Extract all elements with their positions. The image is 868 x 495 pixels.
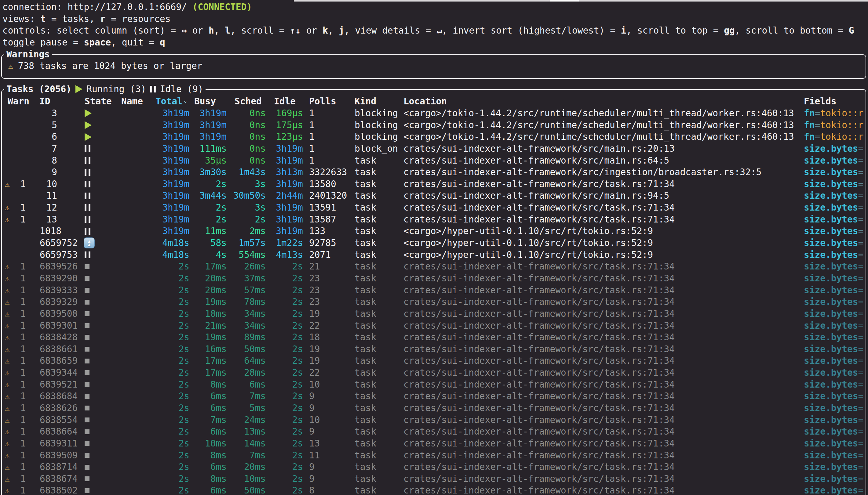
task-row[interactable]: ⚠1123h19m2s3s3h19m13591taskcrates/sui-in… <box>0 202 866 214</box>
task-polls: 19 <box>309 308 352 320</box>
task-row[interactable]: ⚠168395092s8ms7ms2s11taskcrates/sui-inde… <box>0 449 866 461</box>
task-warn: ⚠1 <box>5 402 26 414</box>
task-row[interactable]: ⚠1133h19m2s2s3h19m13587taskcrates/sui-in… <box>0 214 866 225</box>
field-equals: = <box>858 379 864 390</box>
task-row[interactable]: ⚠168392902s20ms37ms2s23taskcrates/sui-in… <box>0 273 866 285</box>
help-segment: , <box>214 25 225 36</box>
task-state <box>85 155 133 167</box>
help-segment: , scroll to top = <box>627 25 724 36</box>
task-row[interactable]: ⚠168393012s21ms34ms2s22taskcrates/sui-in… <box>0 320 866 332</box>
task-id: 12 <box>40 202 57 214</box>
task-warn: ⚠1 <box>5 296 26 308</box>
task-polls: 9 <box>309 402 352 414</box>
task-id: 7 <box>40 143 57 155</box>
completed-state-icon <box>85 276 89 281</box>
task-row[interactable]: ⚠168395212s8ms6ms2s10taskcrates/sui-inde… <box>0 379 866 391</box>
field-value: tokio::r <box>820 108 864 118</box>
task-row[interactable]: 10183h19m11ms2ms3h19m133task<cargo>/hype… <box>0 225 866 237</box>
task-row[interactable]: 93h19m3m30s1m43s3h13m3322633taskcrates/s… <box>0 166 866 178</box>
task-idle: 2s <box>250 355 303 367</box>
task-state <box>85 473 133 485</box>
completed-state-icon <box>85 335 89 340</box>
task-row[interactable]: ⚠168393332s20ms57ms2s23taskcrates/sui-in… <box>0 285 866 296</box>
task-location: crates/sui-indexer-alt-framework/src/tas… <box>403 285 802 296</box>
task-row[interactable]: ⚠168386742s8ms10ms2s9taskcrates/sui-inde… <box>0 473 866 485</box>
field-key: size.bytes <box>804 273 858 284</box>
task-location: crates/sui-indexer-alt-framework/src/tas… <box>403 331 802 343</box>
task-row[interactable]: ⚠168395262s17ms26ms2s21taskcrates/sui-in… <box>0 261 866 273</box>
task-location: crates/sui-indexer-alt-framework/src/mai… <box>403 155 802 167</box>
task-row[interactable]: 63h19m3h19m0ns123µs1blocking<cargo>/toki… <box>0 131 866 143</box>
task-row[interactable]: ⚠168387142s6ms20ms2s9taskcrates/sui-inde… <box>0 461 866 473</box>
task-row[interactable]: ⚠168393112s10ms14ms2s13taskcrates/sui-in… <box>0 438 866 449</box>
column-header-location[interactable]: Location <box>403 96 447 107</box>
column-header-polls[interactable]: Polls <box>309 96 336 107</box>
task-kind: task <box>355 331 403 343</box>
column-header-total[interactable]: Total▿ <box>155 96 187 108</box>
task-fields: fn=tokio::r <box>804 119 866 131</box>
task-location: crates/sui-indexer-alt-framework/src/tas… <box>403 390 802 402</box>
column-header-fields[interactable]: Fields <box>804 96 837 107</box>
task-row[interactable]: 53h19m3h19m0ns175µs1blocking<cargo>/toki… <box>0 119 866 131</box>
task-row[interactable]: 66597534m18s4s554ms4m13s2071task<cargo>/… <box>0 249 866 261</box>
task-state <box>85 143 133 155</box>
column-header-sched[interactable]: Sched <box>235 96 262 107</box>
task-row[interactable]: 33h19m3h19m0ns169µs1blocking<cargo>/toki… <box>0 107 866 119</box>
task-row[interactable]: ⚠168393292s19ms78ms2s23taskcrates/sui-in… <box>0 296 866 308</box>
task-id: 6838661 <box>40 343 57 355</box>
task-idle: 175µs <box>250 119 303 131</box>
warning-text: 738 tasks are 1024 bytes or larger <box>18 60 202 72</box>
warning-triangle-icon: ⚠ <box>5 390 10 402</box>
task-row[interactable]: 113h19m3m44s30m50s2h44m2401320taskcrates… <box>0 190 866 202</box>
field-key: size.bytes <box>804 261 858 272</box>
task-state <box>85 273 133 285</box>
task-warn <box>5 143 26 155</box>
task-state <box>85 331 133 343</box>
task-location: <cargo>/tokio-1.44.2/src/runtime/schedul… <box>403 119 802 131</box>
task-row[interactable]: ⚠168385542s7ms24ms2s10taskcrates/sui-ind… <box>0 414 866 426</box>
field-key: size.bytes <box>804 250 858 260</box>
task-row[interactable]: ⚠168384282s19ms89ms2s18taskcrates/sui-in… <box>0 331 866 343</box>
task-row[interactable]: 83h19m35µs0ns3h19m1taskcrates/sui-indexe… <box>0 155 866 167</box>
task-idle: 2s <box>250 426 303 438</box>
column-header-state[interactable]: State <box>85 96 112 107</box>
completed-state-icon <box>85 300 89 305</box>
column-header-warn[interactable]: Warn <box>7 96 29 107</box>
task-row[interactable]: ⚠168386612s16ms50ms2s19taskcrates/sui-in… <box>0 343 866 355</box>
task-row[interactable]: ⚠168395082s18ms34ms2s19taskcrates/sui-in… <box>0 308 866 320</box>
task-row[interactable]: ⚠168386592s17ms64ms2s19taskcrates/sui-in… <box>0 355 866 367</box>
task-row[interactable]: ⚠168386642s6ms13ms2s9taskcrates/sui-inde… <box>0 426 866 438</box>
task-kind: task <box>355 379 403 391</box>
task-kind: task <box>355 178 403 190</box>
task-row[interactable]: ⚠168393442s17ms28ms2s22taskcrates/sui-in… <box>0 367 866 379</box>
task-fields: size.bytes= <box>804 225 866 237</box>
column-header-idle[interactable]: Idle <box>274 96 296 107</box>
field-key: size.bytes <box>804 462 858 472</box>
column-header-busy[interactable]: Busy <box>194 96 216 107</box>
task-row[interactable]: 73h19m111ms0ns3h19m1block_oncrates/sui-i… <box>0 143 866 155</box>
task-fields: size.bytes= <box>804 237 866 249</box>
task-location: crates/sui-indexer-alt-framework/src/tas… <box>403 296 802 308</box>
task-state <box>85 343 133 355</box>
task-state <box>85 202 133 214</box>
task-row[interactable]: ⚠1103h19m2s3s3h19m13580taskcrates/sui-in… <box>0 178 866 190</box>
column-header-kind[interactable]: Kind <box>355 96 376 107</box>
task-row[interactable]: ⚠168386842s6ms7ms2s9taskcrates/sui-index… <box>0 390 866 402</box>
field-value: tokio::r <box>820 120 864 130</box>
task-location: <cargo>/tokio-1.44.2/src/runtime/schedul… <box>403 131 802 143</box>
task-idle: 3h19m <box>250 214 303 225</box>
task-row[interactable]: ⚠168386262s6ms5ms2s9taskcrates/sui-index… <box>0 402 866 414</box>
task-fields: size.bytes= <box>804 355 866 367</box>
help-segment: , view details = <box>344 25 436 36</box>
task-row[interactable]: ⚠168385022s6ms50ms2s8taskcrates/sui-inde… <box>0 484 866 495</box>
task-location: crates/sui-indexer-alt-framework/src/tas… <box>403 484 802 495</box>
column-header-name[interactable]: Name <box>121 96 143 107</box>
task-id: 3 <box>40 107 57 119</box>
column-header-id[interactable]: ID <box>39 96 50 107</box>
field-equals: = <box>858 297 864 307</box>
task-row[interactable]: 6659752▲▲4m18s58s1m57s1m22s92785task<car… <box>0 237 866 249</box>
warning-triangle-icon: ⚠ <box>5 308 10 320</box>
task-warn: ⚠1 <box>5 473 26 485</box>
task-location: crates/sui-indexer-alt-framework/src/tas… <box>403 261 802 273</box>
tasks-count-label: Tasks (2056) <box>6 83 71 95</box>
